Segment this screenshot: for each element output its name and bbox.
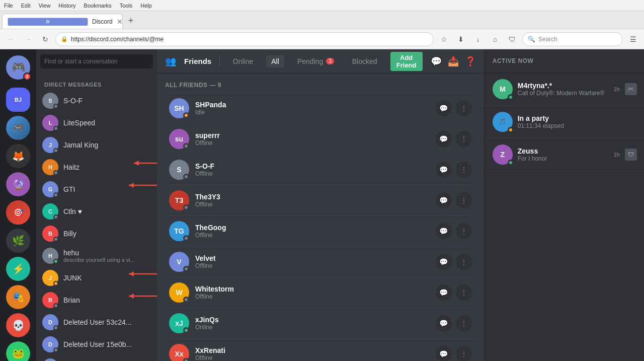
friend-item[interactable]: W Whitestorm Offline 💬 ⋮ — [165, 277, 476, 308]
home-button[interactable]: 🎮 3 — [6, 55, 30, 80]
server-icon-8[interactable]: 🎭 — [6, 285, 30, 309]
server-icon-5[interactable]: 🎯 — [6, 200, 30, 225]
server-icon-10[interactable]: 🐸 — [6, 341, 30, 361]
server-icon-6[interactable]: 🌿 — [6, 229, 30, 253]
message-button[interactable]: 💬 — [436, 315, 452, 331]
server-icon-2[interactable]: 🎮 — [6, 116, 30, 140]
tab-close-button[interactable]: ✕ — [117, 18, 123, 26]
friend-info: XxRenati Offline — [195, 346, 436, 361]
downloads-button[interactable]: ↓ — [471, 32, 485, 46]
friend-item[interactable]: V Velvet Offline 💬 ⋮ — [165, 246, 476, 277]
menu-bookmarks[interactable]: Bookmarks — [84, 3, 112, 9]
more-options-button[interactable]: ⋮ — [456, 254, 472, 270]
more-options-button[interactable]: ⋮ — [456, 223, 472, 239]
nav-forward-button[interactable]: → — [21, 32, 35, 46]
friend-item[interactable]: xJ xJinQs Online 💬 ⋮ — [165, 308, 476, 338]
message-button[interactable]: 💬 — [436, 192, 452, 208]
server-icon-3[interactable]: 🦊 — [6, 144, 30, 168]
friend-info: superrr Offline — [195, 131, 436, 147]
server-icon-1[interactable]: BJ — [6, 88, 30, 112]
dm-item[interactable]: D Deleted User 53c24... — [38, 311, 155, 333]
dm-item[interactable]: J Jamal King — [38, 134, 155, 156]
help-icon[interactable]: ❓ — [465, 56, 476, 67]
message-button[interactable]: 💬 — [436, 346, 452, 361]
dm-item[interactable]: J JUNK — [38, 267, 155, 289]
status-dot — [53, 170, 58, 175]
main-header: 👥 Friends Online All Pending 3 Blocked A… — [157, 49, 484, 74]
friend-item[interactable]: SH SHPanda Idle 💬 ⋮ — [165, 93, 476, 123]
new-group-dm-icon[interactable]: 💬 — [431, 56, 442, 67]
dm-name: GTI — [63, 185, 151, 193]
pocket-button[interactable]: ⬇ — [454, 32, 468, 46]
friend-status: Offline — [195, 170, 436, 177]
more-options-button[interactable]: ⋮ — [456, 131, 472, 147]
status-dot — [53, 237, 58, 242]
inbox-icon[interactable]: 📥 — [448, 56, 459, 67]
friend-avatar: T3 — [169, 190, 189, 210]
friend-status: Offline — [195, 262, 436, 269]
friend-item[interactable]: su superrr Offline 💬 ⋮ — [165, 123, 476, 154]
bookmark-star-button[interactable]: ☆ — [437, 32, 451, 46]
dm-item[interactable]: B Billy — [38, 223, 155, 245]
home-button[interactable]: ⌂ — [488, 32, 502, 46]
menu-file[interactable]: File — [4, 3, 13, 9]
server-icon-4[interactable]: 🔮 — [6, 172, 30, 196]
menu-edit[interactable]: Edit — [21, 3, 31, 9]
shield-button[interactable]: 🛡 — [505, 32, 519, 46]
menu-tools[interactable]: Tools — [120, 3, 133, 9]
dm-name: Deleted User 53c24... — [63, 318, 151, 326]
dm-name: Brian — [63, 296, 151, 304]
nav-back-button[interactable]: ← — [4, 32, 18, 46]
friend-item[interactable]: T3 The3Y3 Offline 💬 ⋮ — [165, 185, 476, 215]
more-options-button[interactable]: ⋮ — [456, 315, 472, 331]
tab-all[interactable]: All — [266, 55, 284, 67]
new-tab-button[interactable]: + — [124, 14, 138, 28]
add-friend-button[interactable]: Add Friend — [390, 52, 423, 71]
message-button[interactable]: 💬 — [436, 284, 452, 301]
friend-item[interactable]: TG TheGoog Offline 💬 ⋮ — [165, 215, 476, 246]
tab-pending[interactable]: Pending 3 — [292, 55, 339, 67]
dm-item[interactable]: D Deleted User 15e0b... — [38, 333, 155, 355]
dm-item[interactable]: S S-O-F — [38, 90, 155, 112]
friend-item[interactable]: S S-O-F Offline 💬 ⋮ — [165, 154, 476, 185]
dm-item[interactable]: B Brian — [38, 289, 155, 311]
dm-item[interactable]: d dANNNY — [38, 355, 155, 361]
friend-item[interactable]: Xx XxRenati Offline 💬 ⋮ — [165, 338, 476, 361]
browser-search-bar[interactable]: 🔍 Search — [522, 32, 623, 46]
avatar: J — [42, 137, 58, 153]
tab-blocked[interactable]: Blocked — [347, 55, 382, 67]
message-button[interactable]: 💬 — [436, 100, 452, 116]
message-button[interactable]: 💬 — [436, 223, 452, 239]
message-button[interactable]: 💬 — [436, 162, 452, 178]
menu-view[interactable]: View — [39, 3, 51, 9]
more-options-button[interactable]: ⋮ — [456, 100, 472, 116]
more-options-button[interactable]: ⋮ — [456, 192, 472, 208]
extensions-button[interactable]: ☰ — [626, 32, 640, 46]
dm-item[interactable]: H Haitz — [38, 156, 155, 178]
dm-item[interactable]: L LiteSpeed — [38, 112, 155, 134]
friend-actions: 💬 ⋮ — [436, 223, 472, 239]
friend-actions: 💬 ⋮ — [436, 131, 472, 147]
tab-online[interactable]: Online — [228, 55, 258, 67]
nav-refresh-button[interactable]: ↻ — [38, 32, 52, 46]
status-dot — [53, 347, 58, 352]
dm-item[interactable]: C Ctln ♥ — [38, 200, 155, 223]
server-icon-9[interactable]: 💀 — [6, 313, 30, 337]
browser-tab-discord[interactable]: D Discord ✕ — [2, 14, 123, 29]
more-options-button[interactable]: ⋮ — [456, 284, 472, 301]
avatar: d — [42, 358, 58, 361]
message-button[interactable]: 💬 — [436, 131, 452, 147]
dm-search-input[interactable] — [40, 54, 153, 68]
more-options-button[interactable]: ⋮ — [456, 162, 472, 178]
server-icon-7[interactable]: ⚡ — [6, 257, 30, 281]
menu-history[interactable]: History — [58, 3, 75, 9]
address-bar[interactable]: 🔒 https://discord.com/channels/@me — [55, 32, 434, 46]
dm-text: hehu describe yourself using a vi... — [63, 249, 151, 263]
message-button[interactable]: 💬 — [436, 254, 452, 270]
dm-sidebar: Direct Messages S S-O-F L LiteSpeed — [36, 49, 157, 361]
more-options-button[interactable]: ⋮ — [456, 346, 472, 361]
dm-item[interactable]: G GTI — [38, 178, 155, 200]
menu-help[interactable]: Help — [140, 3, 152, 9]
dm-name: hehu — [63, 249, 151, 257]
dm-item[interactable]: H hehu describe yourself using a vi... — [38, 245, 155, 267]
